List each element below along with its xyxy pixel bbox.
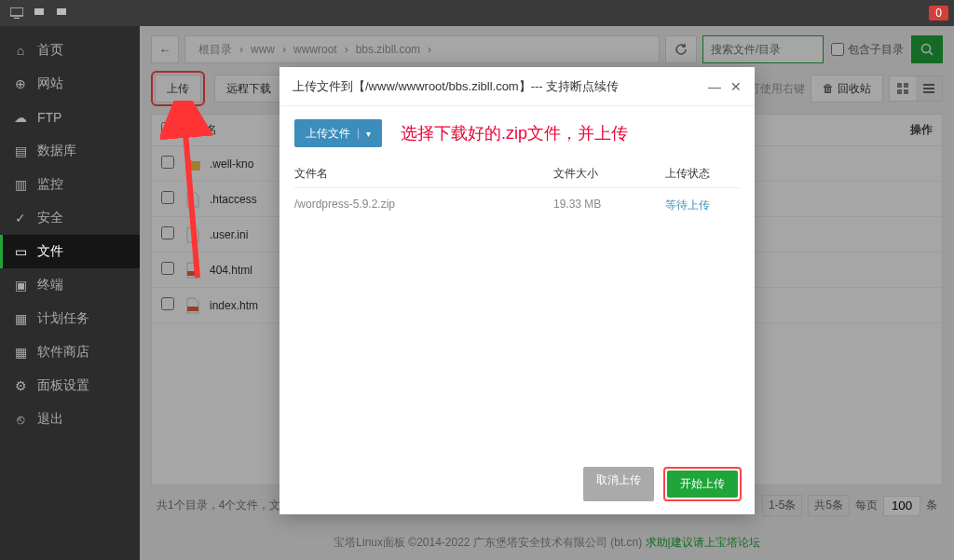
sidebar-item-files[interactable]: ▭文件	[0, 235, 140, 268]
queue-file-name: /wordpress-5.9.2.zip	[294, 198, 553, 213]
sidebar-item-label: FTP	[37, 110, 61, 125]
notification-badge[interactable]: 0	[929, 6, 948, 20]
modal-title: 上传文件到【/www/wwwroot/bbs.zibll.com】--- 支持断…	[293, 78, 619, 95]
choose-file-button[interactable]: 上传文件 ▾	[294, 119, 382, 147]
sidebar-item-label: 退出	[37, 411, 63, 428]
close-button[interactable]: ✕	[730, 79, 742, 94]
logout-icon: ⎋	[13, 412, 28, 427]
cancel-upload-button[interactable]: 取消上传	[583, 467, 654, 501]
caret-down-icon[interactable]: ▾	[358, 129, 371, 139]
monitor-icon	[6, 5, 28, 21]
queue-head-status: 上传状态	[665, 166, 740, 182]
sidebar-item-site[interactable]: ⊕网站	[0, 67, 140, 101]
sidebar-item-db[interactable]: ▤数据库	[0, 134, 140, 168]
sidebar-item-monitor[interactable]: ▥监控	[0, 168, 140, 201]
home-icon: ⌂	[13, 43, 28, 58]
queue-row: /wordpress-5.9.2.zip 19.33 MB 等待上传	[294, 188, 740, 223]
sidebar: ⌂首页 ⊕网站 ☁FTP ▤数据库 ▥监控 ✓安全 ▭文件 ▣终端 ▦计划任务 …	[0, 26, 140, 560]
sidebar-item-label: 监控	[37, 176, 63, 193]
svg-rect-3	[57, 8, 66, 15]
minimize-button[interactable]: —	[708, 79, 721, 94]
queue-head-size: 文件大小	[553, 166, 665, 182]
sidebar-item-cron[interactable]: ▦计划任务	[0, 302, 140, 335]
sidebar-item-store[interactable]: ▦软件商店	[0, 335, 140, 369]
sidebar-item-settings[interactable]: ⚙面板设置	[0, 369, 140, 403]
tab-indicator-icon	[28, 5, 50, 21]
titlebar: 0	[0, 0, 954, 26]
gear-icon: ⚙	[13, 378, 28, 393]
grid-icon: ▦	[13, 345, 28, 360]
queue-head-name: 文件名	[294, 166, 553, 182]
calendar-icon: ▦	[13, 311, 28, 326]
queue-header: 文件名 文件大小 上传状态	[294, 160, 740, 188]
sidebar-item-label: 软件商店	[37, 344, 89, 361]
sidebar-item-label: 安全	[37, 210, 63, 226]
globe-icon: ⊕	[13, 76, 28, 91]
svg-rect-0	[10, 7, 23, 16]
sidebar-item-label: 计划任务	[37, 310, 89, 327]
queue-file-size: 19.33 MB	[553, 198, 665, 213]
sidebar-item-label: 数据库	[37, 143, 76, 159]
queue-file-status: 等待上传	[665, 198, 740, 213]
tab-indicator-icon	[50, 5, 73, 21]
sidebar-item-label: 终端	[37, 277, 63, 294]
annotation-text: 选择下载好的.zip文件，并上传	[401, 122, 628, 144]
sidebar-item-label: 网站	[37, 75, 63, 92]
folder-icon: ▭	[13, 244, 28, 259]
sidebar-item-terminal[interactable]: ▣终端	[0, 268, 140, 302]
sidebar-item-label: 面板设置	[37, 377, 89, 394]
cloud-icon: ☁	[13, 110, 28, 125]
sidebar-item-logout[interactable]: ⎋退出	[0, 403, 140, 436]
terminal-icon: ▣	[13, 278, 28, 293]
start-upload-button[interactable]: 开始上传	[667, 471, 738, 498]
database-icon: ▤	[13, 143, 28, 158]
upload-modal: 上传文件到【/www/wwwroot/bbs.zibll.com】--- 支持断…	[279, 67, 755, 514]
sidebar-item-label: 文件	[37, 243, 63, 260]
sidebar-item-home[interactable]: ⌂首页	[0, 34, 140, 67]
sidebar-item-security[interactable]: ✓安全	[0, 201, 140, 235]
sidebar-item-ftp[interactable]: ☁FTP	[0, 101, 140, 134]
svg-rect-2	[34, 8, 44, 15]
chart-icon: ▥	[13, 177, 28, 192]
sidebar-item-label: 首页	[37, 42, 63, 59]
shield-icon: ✓	[13, 211, 28, 225]
